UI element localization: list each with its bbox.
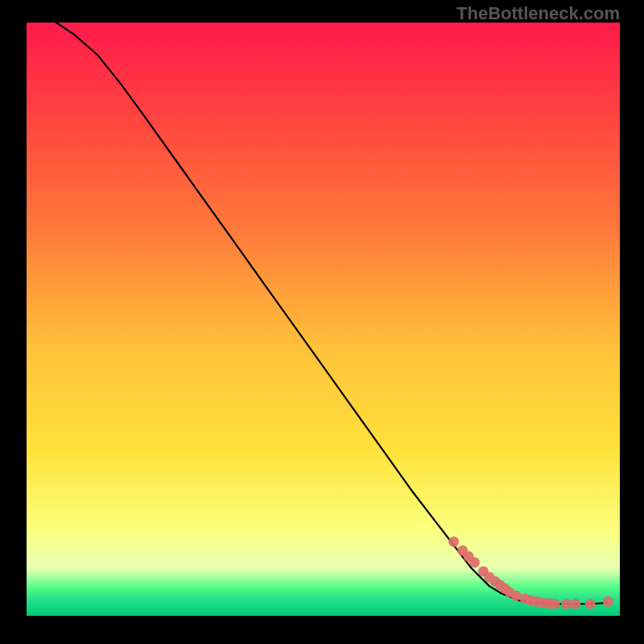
data-marker — [603, 597, 613, 607]
gradient-background — [27, 23, 620, 616]
chart-svg — [27, 23, 620, 616]
watermark-text: TheBottleneck.com — [456, 3, 620, 24]
data-marker — [469, 557, 480, 568]
data-marker — [570, 599, 580, 609]
data-marker — [585, 599, 596, 609]
data-marker — [448, 536, 459, 547]
data-marker — [561, 599, 572, 609]
chart-container: TheBottleneck.com — [0, 0, 644, 644]
plot-area — [27, 23, 620, 616]
data-marker — [549, 599, 559, 609]
data-marker — [511, 590, 522, 601]
